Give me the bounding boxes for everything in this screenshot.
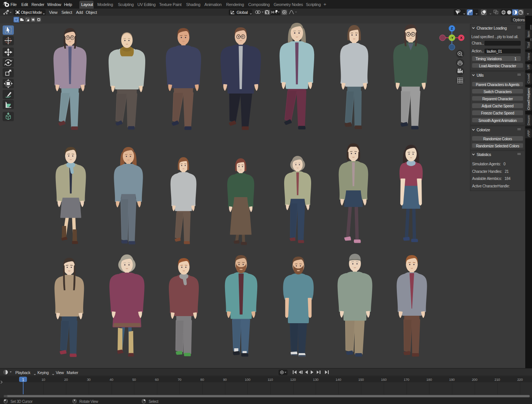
- svg-text:Z: Z: [451, 27, 453, 30]
- svg-text:X: X: [460, 36, 462, 40]
- svg-text:-Y: -Y: [450, 36, 454, 40]
